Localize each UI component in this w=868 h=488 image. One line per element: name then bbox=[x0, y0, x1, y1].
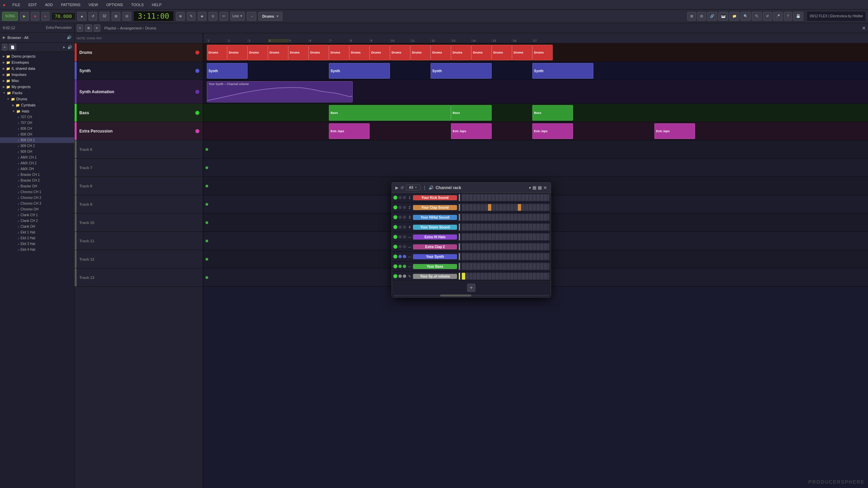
ba-p1[interactable] bbox=[462, 263, 465, 270]
playlist-row-drums[interactable]: Drums Drums Drums Drums Drums Drums Drum… bbox=[203, 43, 868, 62]
sidebar-item-clch1[interactable]: ♪ Clank CH 1 bbox=[0, 212, 74, 218]
vo-p9[interactable] bbox=[492, 273, 495, 280]
sy-p24[interactable] bbox=[548, 253, 549, 260]
sidebar-item-envelopes[interactable]: ▶ 📁 Envelopes bbox=[0, 59, 74, 65]
eh-p18[interactable] bbox=[525, 233, 529, 240]
browser-add-btn[interactable]: + bbox=[2, 44, 7, 50]
ch-label-snare[interactable]: Your Snare Sound bbox=[413, 225, 457, 230]
ch-pan-bass[interactable] bbox=[398, 265, 402, 268]
sy-p1[interactable] bbox=[462, 253, 465, 260]
vo-p8[interactable] bbox=[488, 273, 491, 280]
eh-p12[interactable] bbox=[503, 233, 506, 240]
ec-p2[interactable] bbox=[466, 243, 469, 250]
snap-button[interactable]: ⊕ bbox=[176, 12, 185, 21]
sn-p1[interactable] bbox=[462, 224, 465, 230]
hh-p12[interactable] bbox=[503, 214, 506, 221]
hh-p17[interactable] bbox=[521, 214, 525, 221]
eh-p2[interactable] bbox=[466, 233, 469, 240]
ba-p3[interactable] bbox=[469, 263, 473, 270]
ch-label-clap[interactable]: Your Clap Sound bbox=[413, 205, 457, 210]
sidebar-item-demo[interactable]: ▶ 📁 Demo projects bbox=[0, 53, 74, 59]
vo-p10[interactable] bbox=[495, 273, 499, 280]
eh-p15[interactable] bbox=[514, 233, 517, 240]
sidebar-item-packs[interactable]: ▼ 📁 Packs bbox=[0, 90, 74, 96]
ch-green-extraclap[interactable] bbox=[393, 245, 397, 249]
clap-p20[interactable] bbox=[533, 204, 536, 211]
chevron-down-icon[interactable]: ▼ bbox=[240, 15, 242, 18]
eh-p19[interactable] bbox=[529, 233, 532, 240]
kick-pad-13[interactable] bbox=[507, 194, 510, 201]
kick-pad-3[interactable] bbox=[469, 194, 473, 201]
kick-pad-8[interactable] bbox=[488, 194, 491, 201]
hh-p24[interactable] bbox=[548, 214, 549, 221]
sn-p6[interactable] bbox=[480, 224, 484, 230]
kick-pad-20[interactable] bbox=[533, 194, 536, 201]
sn-p14[interactable] bbox=[510, 224, 514, 230]
sn-p4[interactable] bbox=[473, 224, 476, 230]
ec-p19[interactable] bbox=[529, 243, 532, 250]
piano-btn[interactable]: 🎹 bbox=[718, 12, 728, 21]
clap-p22[interactable] bbox=[540, 204, 544, 211]
hh-p9[interactable] bbox=[492, 214, 495, 221]
ch-pan-extraclap[interactable] bbox=[398, 245, 402, 248]
sidebar-item-909ch1[interactable]: ♪ 909 CH 1 bbox=[0, 137, 74, 143]
eh-p21[interactable] bbox=[536, 233, 540, 240]
ec-p13[interactable] bbox=[507, 243, 510, 250]
hh-p11[interactable] bbox=[499, 214, 502, 221]
sn-p10[interactable] bbox=[495, 224, 499, 230]
clap-p24[interactable] bbox=[548, 204, 549, 211]
pattern-button[interactable]: ⊟ bbox=[122, 12, 131, 21]
clap-p12[interactable] bbox=[503, 204, 506, 211]
ba-p2[interactable] bbox=[466, 263, 469, 270]
eh-p5[interactable] bbox=[477, 233, 480, 240]
channel-rack-play-btn[interactable]: ▶ bbox=[395, 185, 398, 190]
sidebar-item-crch2[interactable]: ♪ Chromo CH 2 bbox=[0, 195, 74, 201]
metronome-button[interactable]: ▲ bbox=[77, 12, 87, 21]
seq-add-track-btn[interactable]: + bbox=[77, 24, 83, 32]
sidebar-item-amxch2[interactable]: ♪ AMX CH 2 bbox=[0, 160, 74, 166]
vo-p11[interactable] bbox=[499, 273, 502, 280]
hh-p4[interactable] bbox=[473, 214, 476, 221]
sidebar-item-brch1[interactable]: ♪ Bracke CH 1 bbox=[0, 172, 74, 178]
browser-arrow-icon[interactable]: ► bbox=[62, 45, 66, 49]
help-btn[interactable]: ? bbox=[784, 12, 792, 21]
menu-file[interactable]: FILE bbox=[11, 2, 21, 7]
plugin-btn[interactable]: 🔌 bbox=[752, 12, 762, 21]
ch-green-extrahi[interactable] bbox=[393, 235, 397, 239]
ch-green-snare[interactable] bbox=[393, 225, 397, 229]
hh-p15[interactable] bbox=[514, 214, 517, 221]
clap-p1[interactable] bbox=[462, 204, 465, 211]
hh-p2[interactable] bbox=[466, 214, 469, 221]
sn-p2[interactable] bbox=[466, 224, 469, 230]
eh-p23[interactable] bbox=[544, 233, 547, 240]
sn-p23[interactable] bbox=[544, 224, 547, 230]
sn-p9[interactable] bbox=[492, 224, 495, 230]
menu-edit[interactable]: EDIT bbox=[27, 2, 38, 7]
ec-p12[interactable] bbox=[503, 243, 506, 250]
ba-p24[interactable] bbox=[548, 263, 549, 270]
sidebar-item-misc[interactable]: ▶ 📁 Misc bbox=[0, 78, 74, 84]
ba-p21[interactable] bbox=[536, 263, 540, 270]
sy-p4[interactable] bbox=[473, 253, 476, 260]
browser-speaker-icon[interactable]: 🔊 bbox=[67, 45, 72, 49]
sidebar-item-909oh[interactable]: ♪ 909 OH bbox=[0, 149, 74, 155]
kick-pad-5[interactable] bbox=[477, 194, 480, 201]
sy-p10[interactable] bbox=[495, 253, 499, 260]
sn-p20[interactable] bbox=[533, 224, 536, 230]
ec-p20[interactable] bbox=[533, 243, 536, 250]
sidebar-item-ek3[interactable]: ♪ Ekit 3 Hat bbox=[0, 241, 74, 247]
sy-p13[interactable] bbox=[507, 253, 510, 260]
hh-p10[interactable] bbox=[495, 214, 499, 221]
ec-p3[interactable] bbox=[469, 243, 473, 250]
loop-button[interactable]: ↺ bbox=[88, 12, 97, 21]
seq-close-btn[interactable]: ✕ bbox=[862, 25, 866, 31]
vo-p17[interactable] bbox=[521, 273, 525, 280]
channel-rack-filter[interactable]: All bbox=[409, 186, 413, 189]
ba-p22[interactable] bbox=[540, 263, 544, 270]
bpm-display[interactable]: 70.000 bbox=[52, 13, 75, 20]
track-mute-auto[interactable] bbox=[195, 90, 199, 94]
sn-p24[interactable] bbox=[548, 224, 549, 230]
eh-p24[interactable] bbox=[548, 233, 549, 240]
vo-p23[interactable] bbox=[544, 273, 547, 280]
kick-pad-18[interactable] bbox=[525, 194, 529, 201]
